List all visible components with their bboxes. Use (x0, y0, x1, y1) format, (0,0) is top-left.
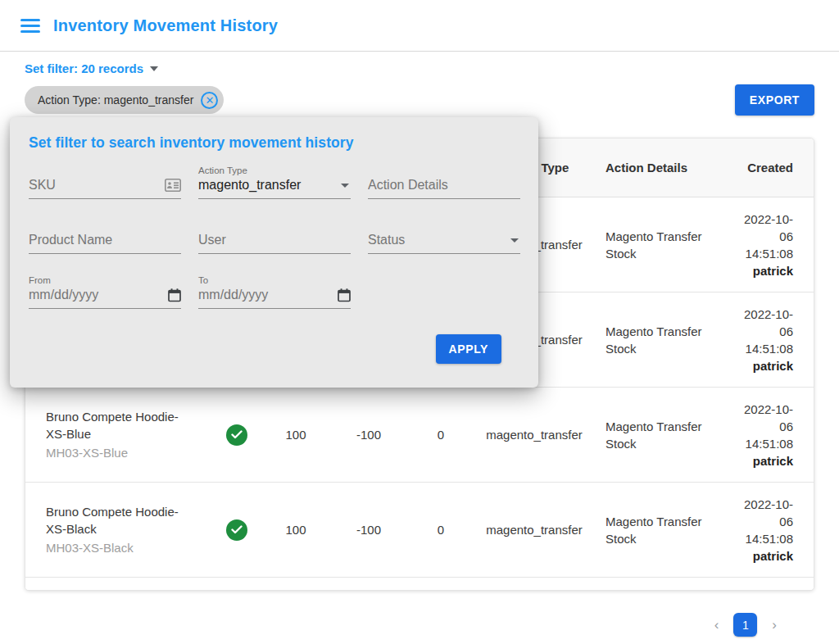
chip-export-row: Action Type: magento_transfer ✕ EXPORT (25, 84, 814, 116)
created-datetime: 2022-10-06 14:51:08 (744, 497, 793, 546)
created-datetime: 2022-10-06 14:51:08 (744, 212, 793, 261)
check-circle-icon (226, 519, 247, 541)
qty-3: 0 (405, 523, 477, 537)
action-details-cell: Magento Transfer Stock (592, 228, 723, 262)
created-datetime: 2022-10-06 14:51:08 (744, 402, 793, 451)
filter-panel: Set filter to search inventory movement … (10, 117, 538, 388)
chevron-down-icon (150, 66, 158, 71)
menu-icon[interactable] (20, 19, 40, 33)
chip-close-icon[interactable]: ✕ (201, 92, 218, 109)
qty-3: 0 (405, 428, 477, 442)
apply-button[interactable]: APPLY (436, 334, 501, 364)
created-cell: 2022-10-06 14:51:08 patrick (723, 496, 814, 565)
product-name: Bruno Compete Hoodie-XS-Blue (46, 408, 181, 442)
grid-spacer (368, 270, 520, 324)
product-sku: MH03-XS-Black (46, 539, 214, 556)
action-details-field-wrap (368, 160, 520, 199)
action-type-field-wrap: Action Type magento_transfer (198, 160, 351, 199)
action-details-input[interactable] (368, 178, 520, 193)
table-row: Bruno Compete Hoodie-XS-Blue MH03-XS-Blu… (25, 388, 814, 483)
status-select[interactable]: Status (368, 233, 520, 254)
action-details-cell: Magento Transfer Stock (592, 323, 723, 357)
created-cell: 2022-10-06 14:51:08 patrick (723, 401, 814, 469)
from-label: From (29, 275, 51, 285)
top-bar: Inventory Movement History (0, 0, 839, 52)
filter-fields-grid: Action Type magento_transfer (29, 160, 519, 324)
status-cell (214, 519, 259, 541)
calendar-icon[interactable] (168, 288, 181, 302)
header-action-details: Action Details (592, 161, 723, 175)
chevron-down-icon (510, 238, 519, 243)
action-type-cell: magento_transfer (477, 523, 592, 537)
to-label: To (198, 275, 208, 285)
pagination-prev-icon[interactable]: ‹ (714, 617, 719, 633)
qty-2: -100 (333, 523, 405, 537)
product-cell: Bruno Compete Hoodie-XS-Black MH03-XS-Bl… (25, 503, 214, 556)
filter-chip-label: Action Type: magento_transfer (38, 93, 193, 107)
qty-2: -100 (333, 428, 405, 442)
page: Inventory Movement History Set filter: 2… (0, 0, 839, 644)
to-date-input[interactable] (198, 288, 333, 302)
status-placeholder: Status (368, 233, 506, 247)
action-details-cell: Magento Transfer Stock (592, 513, 723, 547)
created-user: patrick (734, 357, 793, 374)
set-filter-toggle[interactable]: Set filter: 20 records (25, 61, 158, 75)
product-name-input[interactable] (29, 233, 181, 247)
filter-chip[interactable]: Action Type: magento_transfer ✕ (25, 86, 224, 114)
action-type-label: Action Type (198, 166, 247, 175)
created-user: patrick (734, 452, 793, 469)
user-field-wrap (198, 215, 351, 254)
user-input[interactable] (198, 233, 351, 247)
table-footer-strip (25, 578, 814, 590)
qty-1: 100 (259, 523, 333, 537)
filter-panel-title: Set filter to search inventory movement … (29, 134, 519, 152)
contact-card-icon (165, 179, 181, 192)
from-date-field-wrap: From (29, 270, 181, 309)
pagination-current-page[interactable]: 1 (733, 613, 757, 637)
status-field-wrap: Status (368, 215, 520, 254)
export-button[interactable]: EXPORT (735, 84, 814, 116)
product-cell: Bruno Compete Hoodie-XS-Blue MH03-XS-Blu… (25, 408, 214, 461)
action-type-value: magento_transfer (198, 178, 336, 193)
from-date-input[interactable] (29, 288, 163, 302)
check-circle-icon (226, 424, 247, 446)
page-title: Inventory Movement History (53, 16, 278, 35)
sku-field-wrap (29, 160, 181, 199)
product-name-field-wrap (29, 215, 181, 254)
created-cell: 2022-10-06 14:51:08 patrick (723, 306, 814, 374)
created-user: patrick (734, 547, 793, 565)
action-type-cell: magento_transfer (477, 428, 592, 442)
table-row: Bruno Compete Hoodie-XS-Black MH03-XS-Bl… (25, 483, 814, 578)
set-filter-label: Set filter: 20 records (25, 61, 143, 75)
pagination: ‹ 1 › (25, 613, 814, 637)
created-user: patrick (734, 262, 793, 279)
panel-actions: APPLY (29, 334, 519, 364)
sku-input[interactable] (29, 178, 160, 193)
header-created: Created (723, 161, 814, 175)
pagination-next-icon[interactable]: › (772, 617, 777, 633)
created-datetime: 2022-10-06 14:51:08 (744, 307, 793, 356)
action-details-cell: Magento Transfer Stock (592, 418, 723, 452)
calendar-icon[interactable] (338, 288, 351, 302)
created-cell: 2022-10-06 14:51:08 patrick (723, 211, 814, 279)
to-date-field-wrap: To (198, 270, 351, 309)
status-cell (214, 424, 259, 446)
qty-1: 100 (259, 428, 333, 442)
product-sku: MH03-XS-Blue (46, 444, 214, 461)
product-name: Bruno Compete Hoodie-XS-Black (46, 503, 181, 537)
chevron-down-icon (341, 184, 349, 188)
action-type-select[interactable]: magento_transfer (198, 178, 351, 199)
